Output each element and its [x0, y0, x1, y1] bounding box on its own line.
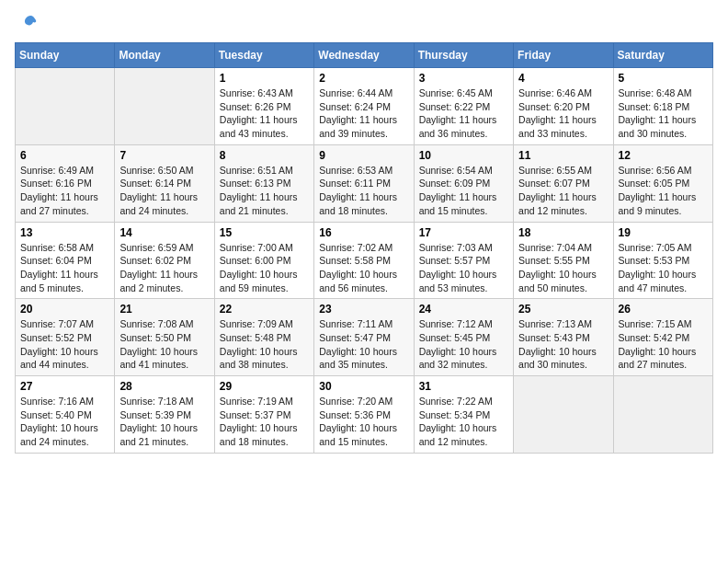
- day-info: Sunrise: 7:13 AMSunset: 5:43 PMDaylight:…: [518, 317, 608, 372]
- day-header-wednesday: Wednesday: [314, 43, 414, 68]
- calendar-cell: 31Sunrise: 7:22 AMSunset: 5:34 PMDayligh…: [414, 376, 513, 454]
- day-info: Sunrise: 7:03 AMSunset: 5:57 PMDaylight:…: [419, 241, 508, 295]
- day-info: Sunrise: 6:50 AMSunset: 6:14 PMDaylight:…: [119, 164, 209, 218]
- week-row-1: 6Sunrise: 6:49 AMSunset: 6:16 PMDaylight…: [16, 144, 713, 222]
- calendar-cell: 3Sunrise: 6:45 AMSunset: 6:22 PMDaylight…: [414, 68, 513, 145]
- day-header-saturday: Saturday: [613, 43, 712, 68]
- day-header-monday: Monday: [115, 43, 214, 68]
- calendar-cell: [115, 68, 214, 145]
- day-number: 5: [619, 72, 708, 85]
- day-info: Sunrise: 7:11 AMSunset: 5:47 PMDaylight:…: [319, 317, 408, 372]
- day-number: 16: [319, 226, 408, 239]
- day-info: Sunrise: 6:44 AMSunset: 6:24 PMDaylight:…: [319, 86, 408, 141]
- day-number: 24: [419, 303, 508, 316]
- day-info: Sunrise: 6:48 AMSunset: 6:18 PMDaylight:…: [619, 86, 708, 141]
- week-row-2: 13Sunrise: 6:58 AMSunset: 6:04 PMDayligh…: [16, 222, 713, 299]
- day-info: Sunrise: 6:55 AMSunset: 6:07 PMDaylight:…: [518, 164, 608, 218]
- day-info: Sunrise: 6:54 AMSunset: 6:09 PMDaylight:…: [419, 164, 508, 218]
- calendar-cell: 9Sunrise: 6:53 AMSunset: 6:11 PMDaylight…: [314, 144, 414, 222]
- calendar-cell: [16, 68, 115, 145]
- calendar-cell: 27Sunrise: 7:16 AMSunset: 5:40 PMDayligh…: [16, 376, 115, 454]
- day-info: Sunrise: 6:53 AMSunset: 6:11 PMDaylight:…: [319, 164, 408, 218]
- day-number: 8: [220, 149, 309, 162]
- calendar-cell: 26Sunrise: 7:15 AMSunset: 5:42 PMDayligh…: [613, 299, 712, 376]
- calendar-cell: 23Sunrise: 7:11 AMSunset: 5:47 PMDayligh…: [314, 299, 414, 376]
- day-number: 23: [319, 303, 408, 316]
- calendar-cell: 5Sunrise: 6:48 AMSunset: 6:18 PMDaylight…: [613, 68, 712, 145]
- day-number: 17: [419, 226, 508, 239]
- calendar-header: SundayMondayTuesdayWednesdayThursdayFrid…: [16, 43, 713, 68]
- day-info: Sunrise: 6:43 AMSunset: 6:26 PMDaylight:…: [220, 86, 309, 141]
- calendar-body: 1Sunrise: 6:43 AMSunset: 6:26 PMDaylight…: [16, 68, 713, 454]
- day-info: Sunrise: 7:08 AMSunset: 5:50 PMDaylight:…: [119, 317, 209, 372]
- day-info: Sunrise: 7:19 AMSunset: 5:37 PMDaylight:…: [220, 395, 309, 449]
- day-info: Sunrise: 7:04 AMSunset: 5:55 PMDaylight:…: [518, 241, 608, 295]
- day-header-thursday: Thursday: [414, 43, 513, 68]
- week-row-4: 27Sunrise: 7:16 AMSunset: 5:40 PMDayligh…: [16, 376, 713, 454]
- day-number: 22: [220, 303, 309, 316]
- calendar-cell: 4Sunrise: 6:46 AMSunset: 6:20 PMDaylight…: [514, 68, 613, 145]
- day-number: 18: [518, 226, 608, 239]
- calendar-cell: 14Sunrise: 6:59 AMSunset: 6:02 PMDayligh…: [115, 222, 214, 299]
- day-number: 14: [119, 226, 209, 239]
- calendar-cell: 29Sunrise: 7:19 AMSunset: 5:37 PMDayligh…: [214, 376, 313, 454]
- day-number: 21: [119, 303, 209, 316]
- day-info: Sunrise: 7:07 AMSunset: 5:52 PMDaylight:…: [20, 317, 109, 372]
- day-info: Sunrise: 7:02 AMSunset: 5:58 PMDaylight:…: [319, 241, 408, 295]
- calendar-cell: 16Sunrise: 7:02 AMSunset: 5:58 PMDayligh…: [314, 222, 414, 299]
- day-info: Sunrise: 7:05 AMSunset: 5:53 PMDaylight:…: [619, 241, 708, 295]
- day-info: Sunrise: 7:12 AMSunset: 5:45 PMDaylight:…: [419, 317, 508, 372]
- day-info: Sunrise: 6:49 AMSunset: 6:16 PMDaylight:…: [20, 164, 109, 218]
- day-number: 11: [518, 149, 608, 162]
- calendar-cell: 22Sunrise: 7:09 AMSunset: 5:48 PMDayligh…: [214, 299, 313, 376]
- calendar-cell: 1Sunrise: 6:43 AMSunset: 6:26 PMDaylight…: [214, 68, 313, 145]
- day-number: 6: [20, 149, 109, 162]
- day-number: 10: [419, 149, 508, 162]
- day-info: Sunrise: 6:56 AMSunset: 6:05 PMDaylight:…: [619, 164, 708, 218]
- day-number: 30: [319, 380, 408, 393]
- day-number: 13: [20, 226, 109, 239]
- calendar-cell: 13Sunrise: 6:58 AMSunset: 6:04 PMDayligh…: [16, 222, 115, 299]
- day-info: Sunrise: 7:15 AMSunset: 5:42 PMDaylight:…: [619, 317, 708, 372]
- calendar-cell: 17Sunrise: 7:03 AMSunset: 5:57 PMDayligh…: [414, 222, 513, 299]
- day-number: 19: [619, 226, 708, 239]
- calendar-table: SundayMondayTuesdayWednesdayThursdayFrid…: [15, 42, 713, 454]
- day-number: 31: [419, 380, 508, 393]
- day-number: 28: [119, 380, 209, 393]
- day-number: 20: [20, 303, 109, 316]
- day-number: 1: [220, 72, 309, 85]
- day-number: 4: [518, 72, 608, 85]
- calendar-cell: 21Sunrise: 7:08 AMSunset: 5:50 PMDayligh…: [115, 299, 214, 376]
- day-info: Sunrise: 7:16 AMSunset: 5:40 PMDaylight:…: [20, 395, 109, 449]
- logo-bird-icon: [17, 15, 37, 31]
- day-info: Sunrise: 6:59 AMSunset: 6:02 PMDaylight:…: [119, 241, 209, 295]
- calendar-cell: 11Sunrise: 6:55 AMSunset: 6:07 PMDayligh…: [514, 144, 613, 222]
- calendar-cell: [613, 376, 712, 454]
- calendar-cell: 8Sunrise: 6:51 AMSunset: 6:13 PMDaylight…: [214, 144, 313, 222]
- week-row-0: 1Sunrise: 6:43 AMSunset: 6:26 PMDaylight…: [16, 68, 713, 145]
- day-number: 25: [518, 303, 608, 316]
- calendar-cell: 18Sunrise: 7:04 AMSunset: 5:55 PMDayligh…: [514, 222, 613, 299]
- calendar-cell: 28Sunrise: 7:18 AMSunset: 5:39 PMDayligh…: [115, 376, 214, 454]
- calendar-cell: [514, 376, 613, 454]
- day-number: 7: [119, 149, 209, 162]
- calendar-cell: 12Sunrise: 6:56 AMSunset: 6:05 PMDayligh…: [613, 144, 712, 222]
- day-number: 3: [419, 72, 508, 85]
- calendar-cell: 24Sunrise: 7:12 AMSunset: 5:45 PMDayligh…: [414, 299, 513, 376]
- day-number: 27: [20, 380, 109, 393]
- day-header-sunday: Sunday: [16, 43, 115, 68]
- day-info: Sunrise: 7:18 AMSunset: 5:39 PMDaylight:…: [119, 395, 209, 449]
- calendar-cell: 10Sunrise: 6:54 AMSunset: 6:09 PMDayligh…: [414, 144, 513, 222]
- day-header-friday: Friday: [514, 43, 613, 68]
- day-info: Sunrise: 7:22 AMSunset: 5:34 PMDaylight:…: [419, 395, 508, 449]
- day-number: 12: [619, 149, 708, 162]
- calendar-cell: 25Sunrise: 7:13 AMSunset: 5:43 PMDayligh…: [514, 299, 613, 376]
- calendar-cell: 19Sunrise: 7:05 AMSunset: 5:53 PMDayligh…: [613, 222, 712, 299]
- day-info: Sunrise: 7:00 AMSunset: 6:00 PMDaylight:…: [220, 241, 309, 295]
- day-info: Sunrise: 6:51 AMSunset: 6:13 PMDaylight:…: [220, 164, 309, 218]
- day-number: 2: [319, 72, 408, 85]
- day-info: Sunrise: 6:46 AMSunset: 6:20 PMDaylight:…: [518, 86, 608, 141]
- header-row: SundayMondayTuesdayWednesdayThursdayFrid…: [16, 43, 713, 68]
- day-number: 15: [220, 226, 309, 239]
- week-row-3: 20Sunrise: 7:07 AMSunset: 5:52 PMDayligh…: [16, 299, 713, 376]
